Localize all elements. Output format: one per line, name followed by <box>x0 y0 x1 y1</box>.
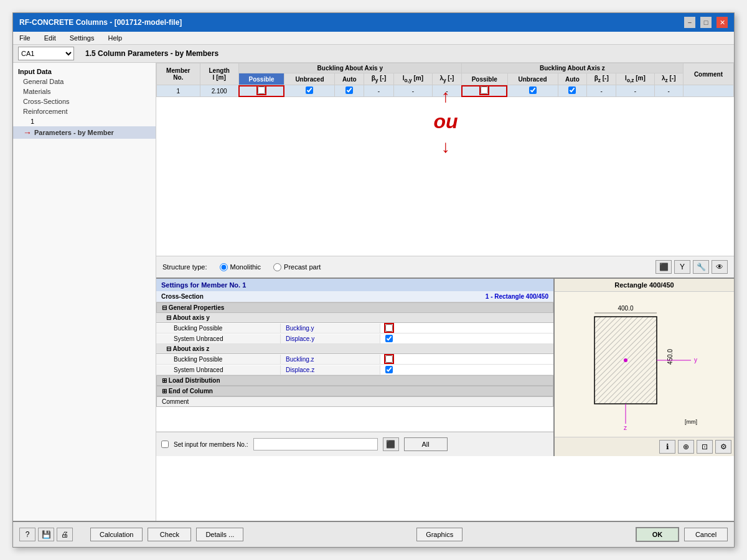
check-button[interactable]: Check <box>148 528 191 541</box>
left-icons: ? 💾 🖨 <box>19 528 73 541</box>
cell-possible-y[interactable] <box>238 85 284 97</box>
settings-bottom: Set input for members No.: ⬛ All <box>156 432 553 456</box>
set-input-checkbox[interactable] <box>161 441 169 448</box>
cell-beta-y: - <box>364 85 394 97</box>
radio-precast[interactable]: Precast part <box>273 263 321 271</box>
toolbar-btn-2[interactable]: Y <box>674 260 690 274</box>
calculation-button[interactable]: Calculation <box>90 528 143 541</box>
cell-unbraced-y[interactable] <box>284 85 335 97</box>
members-select-btn[interactable]: ⬛ <box>383 437 399 451</box>
checkbox-possible-z[interactable] <box>481 86 488 94</box>
content-area: Input Data General Data Materials Cross-… <box>13 63 734 521</box>
col-header-beta-z: βz [-] <box>587 73 616 85</box>
sidebar-item-reinforcement[interactable]: Reinforcement <box>13 106 156 116</box>
checkbox-auto-z[interactable] <box>568 86 576 94</box>
sidebar-item-1[interactable]: 1 <box>13 116 156 126</box>
structure-type-label: Structure type: <box>162 263 207 271</box>
sidebar-item-cross-sections[interactable]: Cross-Sections <box>13 96 156 106</box>
cell-lo-y: - <box>393 85 432 97</box>
table-row: 1 2.100 - - - <box>157 85 734 97</box>
toolbar-btn-3[interactable]: 🔧 <box>693 260 709 274</box>
sidebar-item-general-data[interactable]: General Data <box>13 77 156 86</box>
svg-text:450.0: 450.0 <box>667 348 674 364</box>
input-members-row: Set input for members No.: ⬛ All <box>161 435 548 454</box>
svg-text:400.0: 400.0 <box>618 305 633 312</box>
cell-comment <box>683 85 733 97</box>
minimize-button[interactable]: − <box>684 17 695 28</box>
cross-section-value: 1 - Rectangle 400/450 <box>486 293 548 300</box>
settings-left: Settings for Member No. 1 Cross-Section … <box>156 279 553 456</box>
save-btn[interactable]: 💾 <box>38 528 54 541</box>
sidebar-group-input-data[interactable]: Input Data <box>13 67 156 77</box>
col-header-lo-y: lo,y [m] <box>393 73 432 85</box>
menu-edit[interactable]: Edit <box>42 33 59 43</box>
print-btn[interactable]: 🖨 <box>57 528 73 541</box>
cell-lambda-z: - <box>654 85 683 97</box>
buckling-possible-z-key: Buckling.z <box>281 355 380 364</box>
maximize-button[interactable]: □ <box>700 17 712 28</box>
menu-settings[interactable]: Settings <box>67 33 97 43</box>
menu-help[interactable]: Help <box>105 33 125 43</box>
all-btn[interactable]: All <box>404 437 448 451</box>
settings-checkbox-possible-z[interactable] <box>385 355 393 363</box>
settings-checkbox-unbraced-y[interactable] <box>385 335 393 342</box>
graphics-fit-btn[interactable]: ⊡ <box>697 440 713 454</box>
cell-auto-y[interactable] <box>335 85 364 97</box>
settings-checkbox-unbraced-z[interactable] <box>385 366 393 373</box>
main-window: RF-CONCRETE Columns - [001712-model-file… <box>12 12 735 548</box>
about-axis-z-header[interactable]: ⊟ About axis z <box>156 344 553 354</box>
toolbar-btn-1[interactable]: ⬛ <box>655 260 672 274</box>
col-header-auto-y: Auto <box>335 73 364 85</box>
graphics-button[interactable]: Graphics <box>416 528 463 541</box>
svg-point-10 <box>624 358 627 362</box>
settings-checkbox-possible-y[interactable] <box>385 324 393 332</box>
checkbox-unbraced-y[interactable] <box>306 86 313 94</box>
col-header-possible-z: Possible <box>461 73 507 85</box>
details-button[interactable]: Details ... <box>196 528 243 541</box>
cell-unbraced-z[interactable] <box>507 85 558 97</box>
sidebar-item-materials[interactable]: Materials <box>13 86 156 96</box>
col-header-lambda-y: λy [-] <box>432 73 461 85</box>
menu-file[interactable]: File <box>17 33 33 43</box>
main-panel: MemberNo. Lengthl [m] Buckling About Axi… <box>156 63 734 521</box>
cell-length: 2.100 <box>200 85 238 97</box>
graphics-settings-btn[interactable]: ⚙ <box>715 440 731 454</box>
toolbar-btn-4[interactable]: 👁 <box>712 260 728 274</box>
system-unbraced-y-value <box>380 334 553 343</box>
end-of-column-header[interactable]: ⊞ End of Column <box>156 386 553 396</box>
load-distribution-header[interactable]: ⊞ Load Distribution <box>156 375 553 386</box>
cell-possible-z[interactable] <box>461 85 507 97</box>
close-button[interactable]: ✕ <box>716 17 728 28</box>
cell-beta-z: - <box>587 85 616 97</box>
title-bar-controls: − □ ✕ <box>684 17 728 28</box>
cell-auto-z[interactable] <box>558 85 587 97</box>
settings-right: Rectangle 400/450 400.0 <box>553 279 734 456</box>
checkbox-auto-y[interactable] <box>345 86 353 94</box>
settings-cross-section: Cross-Section 1 - Rectangle 400/450 <box>156 291 553 302</box>
col-header-beta-y: βy [-] <box>364 73 394 85</box>
help-btn[interactable]: ? <box>19 528 35 541</box>
checkbox-unbraced-z[interactable] <box>529 86 537 94</box>
ok-button[interactable]: OK <box>636 527 679 542</box>
col-header-lo-z: lo,z [m] <box>616 73 654 85</box>
cancel-button[interactable]: Cancel <box>684 528 728 541</box>
graphics-info-btn[interactable]: ℹ <box>659 440 675 454</box>
title-bar: RF-CONCRETE Columns - [001712-model-file… <box>13 13 734 32</box>
ca-select[interactable]: CA1 <box>18 47 74 60</box>
graphics-toolbar: ℹ ⊕ ⊡ ⚙ <box>555 437 734 456</box>
comment-header: Comment <box>156 396 553 407</box>
graphics-zoom-btn[interactable]: ⊕ <box>678 440 694 454</box>
sidebar-item-parameters[interactable]: → Parameters - by Member <box>13 126 156 139</box>
system-unbraced-z-value <box>380 365 553 375</box>
radio-monolithic[interactable]: Monolithic <box>220 263 261 271</box>
col-header-unbraced-z: Unbraced <box>507 73 558 85</box>
cross-section-diagram: 400.0 450.0 y z <box>576 299 713 430</box>
about-axis-y-header[interactable]: ⊟ About axis y <box>156 313 553 323</box>
general-properties-header[interactable]: ⊟ General Properties <box>156 302 553 313</box>
buckling-possible-y-label: Buckling Possible <box>156 324 281 333</box>
checkbox-possible-y[interactable] <box>258 86 265 94</box>
system-unbraced-z-label: System Unbraced <box>156 365 281 375</box>
members-input[interactable] <box>253 438 378 450</box>
ou-label: ou <box>433 105 458 138</box>
buckling-possible-y-key: Buckling.y <box>281 324 380 333</box>
